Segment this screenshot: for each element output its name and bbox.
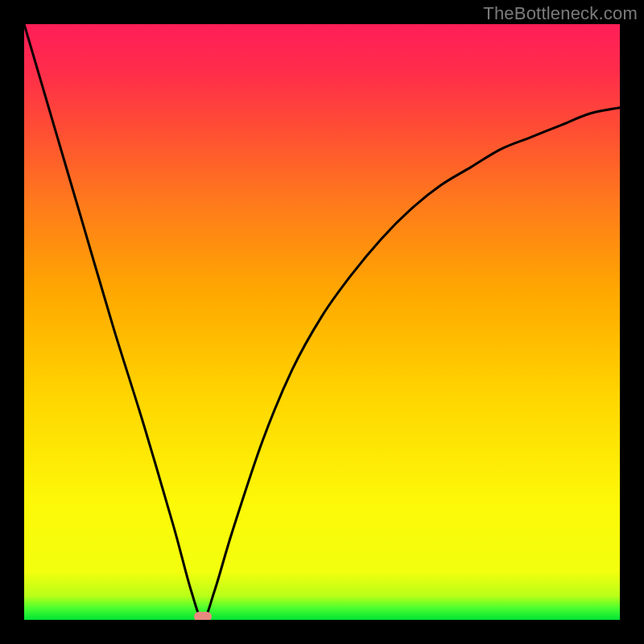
- bottleneck-curve: [24, 24, 620, 620]
- plot-area: [24, 24, 620, 620]
- curve-path: [24, 24, 620, 620]
- watermark-text: TheBottleneck.com: [483, 3, 638, 24]
- chart-stage: TheBottleneck.com: [0, 0, 644, 644]
- minimum-marker: [194, 612, 212, 620]
